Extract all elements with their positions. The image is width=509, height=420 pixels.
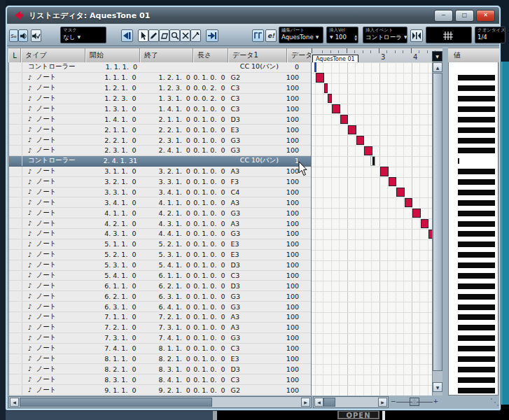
value-bar[interactable] xyxy=(458,294,495,300)
note-event-block[interactable] xyxy=(340,115,349,124)
grid-vertical-scrollbar[interactable]: ▲ ▼ xyxy=(432,62,442,396)
note-event-block[interactable] xyxy=(396,188,405,197)
event-row[interactable]: ♪ノート8. 1. 1. 08. 2. 1. 00. 1. 0. 0E3100 xyxy=(9,354,311,365)
auto-scroll-button[interactable] xyxy=(121,29,133,42)
window-resize-grip[interactable] xyxy=(489,397,499,407)
note-event-block[interactable] xyxy=(405,198,413,207)
note-event-block[interactable] xyxy=(421,219,429,228)
value-bar[interactable] xyxy=(458,241,495,247)
event-row[interactable]: ♪ノート6. 1. 1. 06. 2. 1. 00. 1. 0. 0D3100 xyxy=(9,281,311,291)
value-bar[interactable] xyxy=(458,85,495,91)
feedback-toggle-button[interactable] xyxy=(31,29,41,42)
event-row[interactable]: ♪ノート4. 3. 1. 04. 4. 1. 00. 1. 0. 0G3100 xyxy=(9,229,311,239)
tool-trim[interactable] xyxy=(190,29,201,42)
column-header-data1[interactable]: データ1 xyxy=(228,48,287,62)
value-bar[interactable] xyxy=(458,377,495,383)
tool-mute[interactable] xyxy=(180,29,190,42)
column-header-data2[interactable]: データ xyxy=(287,48,311,62)
note-event-block[interactable] xyxy=(412,209,421,218)
event-row[interactable]: ♪ノート1. 3. 1. 01. 4. 1. 00. 1. 0. 0C3100 xyxy=(9,104,311,115)
column-header-type[interactable]: タイプ xyxy=(21,48,85,62)
edit-part-combo[interactable]: 編集パート AquesTone▼ xyxy=(279,27,323,43)
event-row[interactable]: ♪ノート7. 4. 1. 08. 1. 1. 00. 1. 0. 0C3100 xyxy=(9,344,311,354)
quantize-combo[interactable]: クオンタイズ 1/4 xyxy=(475,27,505,43)
tool-draw[interactable] xyxy=(148,29,159,42)
value-bar[interactable] xyxy=(458,158,459,164)
event-row[interactable]: ♪ノート1. 1. 1. 01. 2. 1. 00. 1. 0. 0G2100 xyxy=(9,73,311,83)
event-row[interactable]: ♪ノート5. 1. 1. 05. 2. 1. 00. 1. 0. 0E3100 xyxy=(9,239,311,250)
title-bar[interactable]: リストエディタ: AquesTone 01 ─ □ ✕ xyxy=(7,7,499,24)
grid-display[interactable] xyxy=(426,27,472,43)
event-row[interactable]: ♪ノート5. 2. 1. 05. 3. 1. 00. 1. 0. 0E3100 xyxy=(9,250,311,260)
event-row[interactable]: ♪ノート9. 1. 1. 09. 2. 1. 00. 1. 0. 0G2100 xyxy=(9,385,311,396)
value-bar[interactable] xyxy=(458,179,495,185)
event-row[interactable]: ♪ノート7. 3. 1. 07. 4. 1. 00. 1. 0. 0G3100 xyxy=(9,333,311,344)
value-bar[interactable] xyxy=(458,252,495,258)
event-row[interactable]: ♪ノート1. 4. 1. 02. 1. 1. 00. 1. 0. 0D3100 xyxy=(9,114,311,125)
event-row[interactable]: ♪ノート8. 2. 1. 08. 3. 1. 00. 1. 0. 0D3100 xyxy=(9,364,311,374)
event-row[interactable]: ♪ノート5. 4. 1. 06. 1. 1. 00. 1. 0. 0C3100 xyxy=(9,271,311,281)
event-row[interactable]: ♪ノート4. 2. 1. 04. 3. 1. 00. 1. 0. 0A3100 xyxy=(9,218,311,229)
value-bar[interactable] xyxy=(458,284,495,289)
value-bar[interactable] xyxy=(458,211,495,216)
event-row[interactable]: ♪ノート3. 2. 1. 03. 3. 1. 00. 1. 0. 0F3100 xyxy=(9,177,311,188)
value-bar[interactable] xyxy=(458,117,495,122)
event-row[interactable]: ♪ノート8. 3. 1. 08. 4. 1. 00. 1. 0. 0C3100 xyxy=(9,374,311,385)
event-row[interactable]: コントローラー1. 1. 1. 0CC 10(パン)0 xyxy=(9,62,311,73)
note-event-block[interactable] xyxy=(332,104,340,113)
controller-marker[interactable] xyxy=(314,62,316,72)
spinner-arrows[interactable]: ▲▼ xyxy=(354,34,357,41)
value-bar[interactable] xyxy=(458,169,495,174)
grid-horizontal-scrollbar[interactable]: ◀ ▶ xyxy=(313,396,389,408)
value-bar[interactable] xyxy=(458,190,495,195)
note-event-block[interactable] xyxy=(328,94,332,103)
event-row[interactable]: ♪ノート2. 1. 1. 02. 2. 1. 00. 1. 0. 0E3100 xyxy=(9,125,311,135)
column-header-start[interactable]: 開始 xyxy=(85,48,140,62)
tool-zoom[interactable] xyxy=(169,29,180,42)
value-bar[interactable] xyxy=(458,96,495,102)
maximize-button[interactable]: □ xyxy=(455,10,474,22)
column-header-end[interactable]: 終了 xyxy=(140,48,193,62)
show-part-borders-button[interactable] xyxy=(252,29,264,42)
insert-event-combo[interactable]: 挿入イベント コントローラ▼ xyxy=(363,27,407,43)
value-bar[interactable] xyxy=(458,262,495,268)
event-display-grid[interactable] xyxy=(311,62,432,396)
value-bar[interactable] xyxy=(458,356,495,362)
timeline-ruler[interactable]: 34 AquesTone 01 xyxy=(311,48,442,62)
zoom-in-icon[interactable]: + xyxy=(433,398,438,405)
note-event-block[interactable] xyxy=(316,73,324,82)
tool-erase[interactable] xyxy=(159,29,169,42)
value-bar[interactable] xyxy=(458,325,495,330)
event-row[interactable]: ♪ノート4. 1. 1. 04. 2. 1. 00. 1. 0. 0G3100 xyxy=(9,208,311,218)
list-scroll-thumb[interactable] xyxy=(20,398,212,407)
value-bar[interactable] xyxy=(458,221,495,227)
zoom-out-icon[interactable]: − xyxy=(391,398,396,405)
event-row[interactable]: ♪ノート7. 2. 1. 07. 3. 1. 00. 1. 0. 0A3100 xyxy=(9,323,311,333)
event-row[interactable]: コントローラー2. 4. 1. 31CC 10(パン)1 xyxy=(9,156,311,167)
note-event-block[interactable] xyxy=(389,177,397,186)
mask-combo[interactable]: マスク なし▼ xyxy=(60,27,106,43)
event-row[interactable]: ♪ノート3. 4. 1. 04. 1. 1. 00. 1. 0. 0A3100 xyxy=(9,197,311,208)
event-row[interactable]: ♪ノート1. 2. 3. 01. 3. 1. 00. 0. 2. 0C3100 xyxy=(9,94,311,104)
insert-velocity-combo[interactable]: 挿入Vel ▼100 ▲▼ xyxy=(326,27,358,43)
value-bar[interactable] xyxy=(458,200,495,206)
vertical-scroll-thumb[interactable] xyxy=(433,73,442,371)
event-row[interactable]: ♪ノート6. 2. 1. 06. 3. 1. 00. 1. 0. 0G3100 xyxy=(9,291,311,302)
plugin-open-button[interactable]: OPEN xyxy=(337,410,379,419)
value-bar[interactable] xyxy=(458,367,495,372)
acoustic-feedback-button[interactable] xyxy=(18,29,28,42)
zoom-slider-handle[interactable] xyxy=(410,398,419,405)
solo-button[interactable]: se xyxy=(9,29,18,42)
scroll-right-button[interactable]: ▶ xyxy=(301,398,310,407)
note-event-block[interactable] xyxy=(324,83,328,92)
part-list-dropdown[interactable]: ▼ xyxy=(432,51,442,62)
value-bar[interactable] xyxy=(458,346,495,351)
value-bar[interactable] xyxy=(458,127,495,133)
note-event-block[interactable] xyxy=(364,146,372,155)
snap-button[interactable] xyxy=(410,29,423,42)
column-header-l[interactable]: L xyxy=(8,48,21,62)
value-bar[interactable] xyxy=(458,273,495,279)
event-row[interactable]: ♪ノート7. 1. 1. 07. 2. 1. 00. 1. 0. 0A3100 xyxy=(9,312,311,323)
close-button[interactable]: ✕ xyxy=(476,10,495,22)
event-row[interactable]: ♪ノート6. 3. 1. 06. 4. 1. 00. 1. 0. 0G3100 xyxy=(9,302,311,312)
